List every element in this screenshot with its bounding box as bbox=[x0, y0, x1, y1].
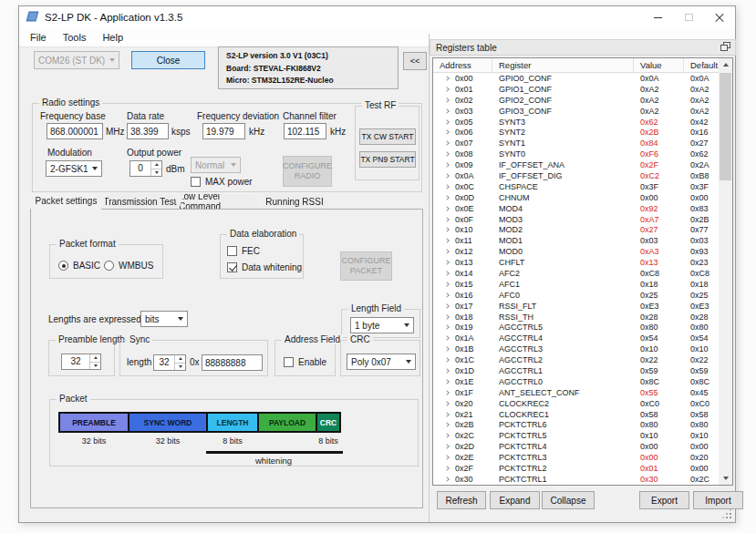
vertical-scrollbar[interactable] bbox=[719, 58, 732, 485]
register-row[interactable]: 0x06SYNT20x2B0x16 bbox=[433, 127, 720, 138]
frequency-base-input[interactable] bbox=[47, 123, 103, 139]
address-enable-checkbox[interactable] bbox=[284, 357, 294, 367]
expand-chevron-icon[interactable] bbox=[444, 433, 450, 438]
register-row[interactable]: 0x1EAGCCTRL00x8C0x8C bbox=[433, 376, 720, 387]
tx-cw-start-button[interactable]: TX CW START bbox=[359, 128, 416, 145]
expand-chevron-icon[interactable] bbox=[444, 173, 450, 179]
resize-grip[interactable] bbox=[722, 509, 731, 518]
power-mode-select[interactable]: Normal bbox=[191, 157, 241, 173]
register-row[interactable]: 0x0FMOD30xA70x2B bbox=[433, 214, 720, 225]
register-row[interactable]: 0x19AGCCTRL50x800x80 bbox=[433, 322, 720, 333]
expand-chevron-icon[interactable] bbox=[444, 228, 450, 233]
menu-item-file[interactable]: File bbox=[22, 30, 55, 45]
expand-chevron-icon[interactable] bbox=[444, 249, 450, 254]
register-row[interactable]: 0x0AIF_OFFSET_DIG0xC20xB8 bbox=[433, 170, 720, 181]
register-row[interactable]: 0x1AAGCCTRL40x540x54 bbox=[433, 333, 720, 343]
expand-chevron-icon[interactable] bbox=[444, 423, 450, 428]
expand-chevron-icon[interactable] bbox=[444, 477, 450, 482]
register-row[interactable]: 0x11MOD10x030x03 bbox=[433, 235, 720, 246]
expand-chevron-icon[interactable] bbox=[444, 390, 450, 395]
register-row[interactable]: 0x2DPCKTCTRL40x000x00 bbox=[433, 441, 720, 452]
wmbus-radio[interactable] bbox=[104, 261, 114, 271]
column-header-address[interactable]: Address bbox=[433, 58, 492, 72]
configure-packet-button[interactable]: CONFIGURE PACKET bbox=[340, 251, 392, 281]
expand-chevron-icon[interactable] bbox=[444, 151, 450, 157]
expand-chevron-icon[interactable] bbox=[444, 97, 450, 103]
data-rate-input[interactable] bbox=[127, 123, 169, 139]
com-port-select[interactable]: COM26 (ST DK) bbox=[34, 51, 119, 69]
register-row[interactable]: 0x17RSSI_FLT0xE30xE3 bbox=[433, 301, 720, 312]
sync-word-input[interactable] bbox=[202, 354, 263, 371]
register-row[interactable]: 0x09IF_OFFSET_ANA0x2F0x2A bbox=[433, 159, 720, 170]
sync-length-stepper[interactable]: 32 bbox=[153, 354, 186, 371]
expand-chevron-icon[interactable] bbox=[444, 217, 450, 222]
modulation-select[interactable]: 2-GFSK1 bbox=[46, 160, 102, 177]
tab-transmission-test[interactable]: Transmission Test bbox=[101, 194, 179, 209]
register-row[interactable]: 0x0CCHSPACE0x3F0x3F bbox=[433, 181, 720, 192]
spin-up-icon[interactable] bbox=[90, 354, 100, 363]
expand-chevron-icon[interactable] bbox=[444, 466, 450, 471]
length-field-select[interactable]: 1 byte bbox=[350, 317, 414, 333]
expand-chevron-icon[interactable] bbox=[444, 412, 450, 417]
expand-chevron-icon[interactable] bbox=[444, 87, 450, 92]
fec-checkbox[interactable] bbox=[227, 246, 237, 256]
tx-pn9-start-button[interactable]: TX PN9 START bbox=[359, 151, 416, 168]
scroll-up-icon[interactable] bbox=[719, 58, 732, 71]
frequency-deviation-input[interactable] bbox=[202, 123, 245, 139]
register-row[interactable]: 0x00GPIO0_CONF0x0A0x0A bbox=[433, 73, 720, 84]
data-whitening-checkbox[interactable] bbox=[227, 262, 237, 272]
output-power-stepper[interactable]: 0 bbox=[129, 160, 162, 177]
expand-chevron-icon[interactable] bbox=[444, 314, 450, 320]
expand-chevron-icon[interactable] bbox=[444, 260, 450, 265]
expand-chevron-icon[interactable] bbox=[444, 455, 450, 460]
collapse-button[interactable]: Collapse bbox=[542, 491, 595, 509]
refresh-button[interactable]: Refresh bbox=[437, 491, 486, 509]
register-row[interactable]: 0x18RSSI_TH0x280x28 bbox=[433, 312, 720, 323]
expand-chevron-icon[interactable] bbox=[444, 184, 450, 190]
scrollbar-thumb[interactable] bbox=[720, 73, 731, 180]
register-row[interactable]: 0x10MOD20x270x77 bbox=[433, 224, 720, 235]
expand-chevron-icon[interactable] bbox=[444, 346, 450, 352]
configure-radio-button[interactable]: CONFIGURE RADIO bbox=[283, 156, 332, 187]
expand-chevron-icon[interactable] bbox=[444, 195, 450, 200]
spin-down-icon[interactable] bbox=[175, 364, 185, 371]
expand-chevron-icon[interactable] bbox=[444, 76, 450, 81]
column-header-register[interactable]: Register bbox=[492, 58, 634, 72]
register-row[interactable]: 0x2FPCKTCTRL20x010x00 bbox=[433, 463, 720, 474]
expand-chevron-icon[interactable] bbox=[444, 119, 450, 125]
expand-chevron-icon[interactable] bbox=[444, 206, 450, 211]
expand-chevron-icon[interactable] bbox=[444, 282, 450, 287]
register-row[interactable]: 0x2EPCKTCTRL30x000x20 bbox=[433, 452, 720, 463]
menu-item-tools[interactable]: Tools bbox=[55, 30, 95, 45]
channel-filter-input[interactable] bbox=[284, 123, 326, 139]
expand-chevron-icon[interactable] bbox=[444, 303, 450, 309]
register-row[interactable]: 0x0EMOD40x920x83 bbox=[433, 203, 720, 214]
expand-chevron-icon[interactable] bbox=[444, 335, 450, 341]
register-row[interactable]: 0x0DCHNUM0x000x00 bbox=[433, 192, 720, 203]
expand-chevron-icon[interactable] bbox=[444, 162, 450, 168]
register-row[interactable]: 0x1DAGCCTRL10x590x59 bbox=[433, 365, 720, 376]
collapse-panel-button[interactable]: << bbox=[403, 52, 427, 70]
crc-poly-select[interactable]: Poly 0x07 bbox=[347, 354, 416, 370]
register-row[interactable]: 0x2BPCKTCTRL60x800x80 bbox=[433, 420, 720, 431]
close-window-button[interactable] bbox=[704, 6, 735, 28]
preamble-length-stepper[interactable]: 32 bbox=[61, 354, 101, 370]
register-row[interactable]: 0x01GPIO1_CONF0xA20xA2 bbox=[433, 84, 720, 95]
register-row[interactable]: 0x16AFC00x250x25 bbox=[433, 290, 720, 301]
column-header-value[interactable]: Value bbox=[634, 58, 684, 72]
register-row[interactable]: 0x07SYNT10x840x27 bbox=[433, 138, 720, 149]
tab-low-level-command[interactable]: Low Level Command bbox=[179, 194, 260, 209]
expand-chevron-icon[interactable] bbox=[444, 108, 450, 114]
spin-up-icon[interactable] bbox=[175, 355, 185, 364]
tab-running-rssi[interactable]: Running RSSI bbox=[260, 194, 329, 209]
expand-chevron-icon[interactable] bbox=[444, 379, 450, 384]
expand-chevron-icon[interactable] bbox=[444, 357, 450, 363]
minimize-button[interactable] bbox=[642, 6, 673, 28]
float-panel-icon[interactable] bbox=[720, 42, 730, 53]
menu-item-help[interactable]: Help bbox=[94, 30, 131, 45]
expand-chevron-icon[interactable] bbox=[444, 325, 450, 331]
close-connection-button[interactable]: Close bbox=[131, 51, 205, 69]
register-row[interactable]: 0x12MOD00xA30x93 bbox=[433, 246, 720, 257]
register-row[interactable]: 0x15AFC10x180x18 bbox=[433, 279, 720, 290]
expand-chevron-icon[interactable] bbox=[444, 368, 450, 374]
